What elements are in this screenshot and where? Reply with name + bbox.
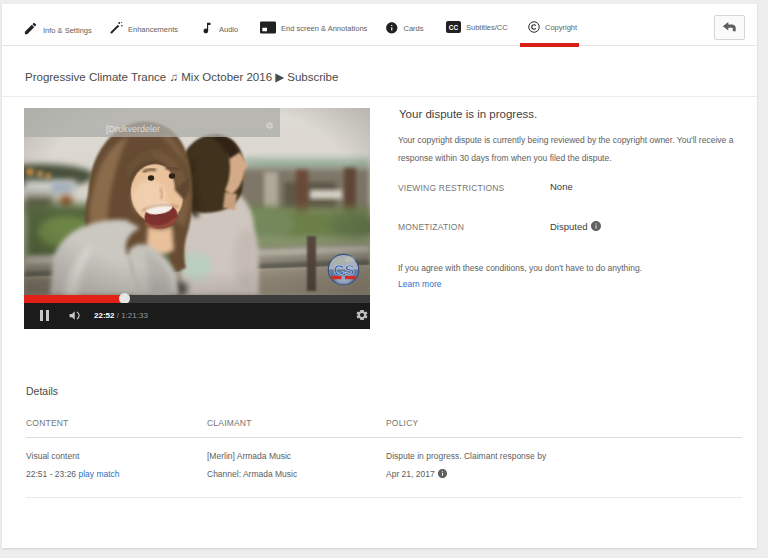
- svg-text:CC: CC: [449, 24, 459, 31]
- svg-text:CS: CS: [334, 261, 355, 278]
